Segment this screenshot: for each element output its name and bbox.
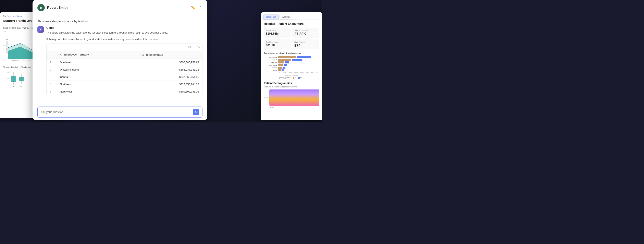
right-panel-body: Hospital - Patient Encounters Total Clai… — [261, 20, 322, 118]
results-table-container: ⧉ ↓ ↻ AC Employee_Territory — [46, 44, 202, 95]
chat-header: R Robert Smith ✏️ ⋮ — [32, 0, 207, 15]
table-row: 2 United Kingdom $366,037,331.28 — [46, 66, 202, 74]
encounter-chart: Encounter class breakdown by gender ambu… — [264, 52, 319, 79]
bar-row-emergency: emergency — [264, 64, 319, 66]
refresh-icon[interactable]: ↻ — [197, 45, 200, 49]
row-territory: United Kingdom — [57, 66, 138, 74]
svg-text:Support Level: Support Level — [10, 87, 19, 88]
bar-row-outpatient: outpatient — [264, 59, 319, 61]
row-revenue: $606,380,951.99 — [138, 59, 202, 66]
chart-legend: patient_gender: F M — [264, 77, 319, 79]
stats-grid: Total Claims $101.51M Total Encounters 2… — [264, 28, 319, 50]
row-revenue: $347,868,654.95 — [138, 74, 202, 81]
results-table: AC Employee_Territory 1.2 TotalRevenue — [46, 51, 202, 95]
total-coverage-label: Total Coverage — [266, 41, 289, 43]
table-row: 4 Northeast $327,853,784.28 — [46, 81, 202, 88]
num-patients-label: Num Patients — [294, 41, 317, 43]
col-num — [46, 51, 57, 59]
bar-row-inpatient: inpatient — [264, 69, 319, 71]
chat-input-area: ➤ — [32, 104, 207, 120]
edit-icon[interactable]: ✏️ — [191, 6, 196, 10]
total-coverage-value: $31.1M — [266, 44, 289, 47]
x-axis-label: Count of Records — [264, 74, 319, 76]
abc-icon: AC — [60, 54, 62, 56]
boxplot-section: Time to Resolution Distribution Resoluti… — [3, 66, 32, 89]
numeric-icon: 1.2 — [142, 54, 145, 56]
row-num: 1 — [46, 59, 57, 66]
encounter-chart-title: Encounter class breakdown by gender — [264, 52, 319, 54]
col-revenue: 1.2 TotalRevenue — [138, 51, 202, 59]
row-num: 5 — [46, 88, 57, 95]
svg-text:0: 0 — [8, 84, 8, 86]
row-territory: Northeast — [57, 81, 138, 88]
row-num: 3 — [46, 74, 57, 81]
y-100-label: 100% — [264, 96, 268, 98]
chat-header-icons: ✏️ ⋮ — [191, 6, 202, 10]
table-row: 1 Southwest $606,380,951.99 — [46, 59, 202, 66]
row-revenue: $366,037,331.28 — [138, 66, 202, 74]
total-claims-value: $101.51M — [266, 32, 289, 35]
chat-user-name: Robert Smith — [47, 6, 68, 10]
svg-text:50: 50 — [7, 78, 8, 79]
svg-text:Tier 1: Tier 1 — [12, 86, 16, 87]
col-territory: AC Employee_Territory — [57, 51, 138, 59]
svg-text:Tier 2: Tier 2 — [20, 86, 23, 87]
user-avatar: R — [38, 4, 45, 12]
y-ticks: 100 50 0 — [3, 30, 6, 61]
row-territory: Northwest — [57, 88, 138, 95]
legend-f: F — [293, 77, 296, 79]
demo-subtitle: Encounters by dob and gender over time — [264, 86, 319, 88]
stat-total-coverage: Total Coverage $31.1M — [264, 40, 291, 50]
boxplot-svg: Resolution Time (Hours) 150 50 0 Tier 1 … — [3, 70, 28, 88]
input-wrapper: ➤ — [38, 106, 202, 118]
genie-name: Genie — [46, 26, 202, 30]
bar-row-ambulatory: ambulatory — [264, 56, 319, 58]
patient-demographics-title: Patient Demographics — [264, 82, 319, 84]
genie-text-2: It then groups the results by territory … — [46, 37, 202, 41]
table-row: 3 Central $347,868,654.95 — [46, 74, 202, 81]
right-panel-tabs: Headlines Analysis — [261, 12, 322, 20]
hospital-title: Hospital - Patient Encounters — [264, 22, 319, 26]
more-icon[interactable]: ⋮ — [199, 6, 202, 10]
demographics-chart — [269, 90, 319, 106]
legend-m: M — [298, 77, 302, 79]
tab-analysis[interactable]: Analysis — [280, 14, 293, 20]
genie-response: ✦ Genie The query calculates the total r… — [38, 26, 202, 95]
total-encounters-label: Total Encounters — [294, 30, 317, 32]
x-axis-ticks: 0 2000 4000 6000 8000 10K 12K 14K — [264, 72, 319, 74]
copy-icon[interactable]: ⧉ — [188, 45, 191, 49]
total-encounters-value: 27.89K — [294, 32, 317, 36]
bar-row-wellness: wellness — [264, 67, 319, 69]
row-territory: Central — [57, 74, 138, 81]
stat-total-encounters: Total Encounters 27.89K — [292, 28, 319, 38]
bar-row-urgentcare: urgentcare — [264, 62, 319, 64]
num-patients-value: 974 — [294, 44, 317, 48]
chat-input[interactable] — [41, 110, 193, 114]
main-chat-panel: R Robert Smith ✏️ ⋮ Show me sales perfor… — [32, 0, 207, 120]
row-revenue: $309,302,986.26 — [138, 88, 202, 95]
genie-text-1: The query calculates the total revenue f… — [46, 31, 202, 35]
svg-text:150: 150 — [7, 72, 9, 73]
genie-content: Genie The query calculates the total rev… — [46, 26, 202, 95]
y-50-label: 50% — [264, 106, 319, 108]
send-button[interactable]: ➤ — [193, 109, 199, 115]
row-num: 2 — [46, 66, 57, 74]
boxplot-title: Time to Resolution Distribution — [3, 66, 32, 68]
right-panel: Headlines Analysis Hospital - Patient En… — [261, 12, 322, 120]
total-claims-label: Total Claims — [266, 30, 289, 32]
stat-num-patients: Num Patients 974 — [292, 40, 319, 50]
chat-header-left: R Robert Smith — [38, 4, 68, 12]
table-toolbar: ⧉ ↓ ↻ — [46, 44, 202, 51]
row-num: 4 — [46, 81, 57, 88]
user-message: Show me sales performance by territory — [38, 18, 202, 26]
table-row: 5 Northwest $309,302,986.26 — [46, 88, 202, 95]
chat-body: Show me sales performance by territory ✦… — [32, 15, 207, 108]
genie-avatar: ✦ — [38, 26, 44, 33]
feedback-icon: 💬 — [3, 15, 6, 17]
download-icon[interactable]: ↓ — [193, 45, 195, 49]
tab-headlines[interactable]: Headlines — [264, 14, 279, 20]
row-territory: Southwest — [57, 59, 138, 66]
row-revenue: $327,853,784.28 — [138, 81, 202, 88]
feedback-label[interactable]: Send feedback — [7, 15, 22, 17]
stat-total-claims: Total Claims $101.51M — [264, 28, 291, 38]
